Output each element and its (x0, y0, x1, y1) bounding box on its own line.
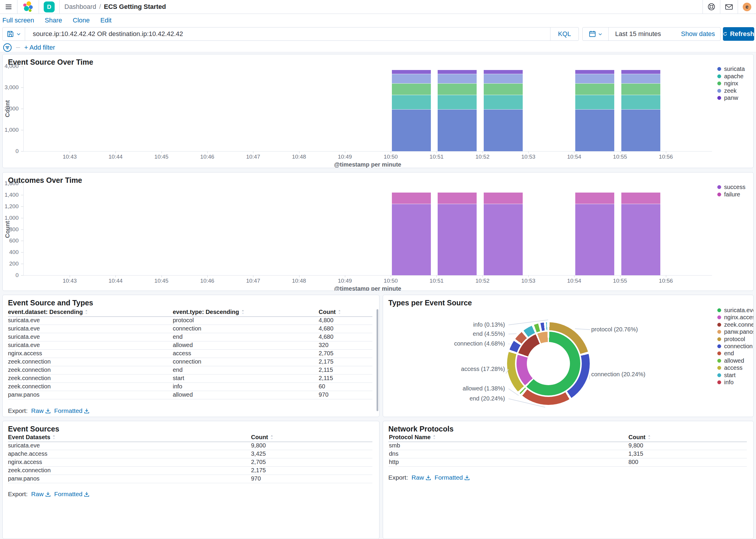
filter-bar: + Add filter (3, 43, 55, 52)
saved-query-menu-button[interactable] (3, 28, 25, 40)
bar-segment-apache[interactable] (484, 95, 523, 110)
news-button[interactable] (720, 0, 738, 14)
share-link[interactable]: Share (45, 17, 62, 24)
legend-item-start[interactable]: start (717, 372, 736, 379)
export-raw-link[interactable]: Raw (412, 474, 431, 481)
bar-segment-panw[interactable] (621, 70, 660, 74)
breadcrumb-dashboard[interactable]: Dashboard (64, 3, 96, 11)
bar-segment-nginx[interactable] (621, 84, 660, 95)
bar-segment-apache[interactable] (392, 95, 431, 110)
bar-segment-zeek[interactable] (621, 74, 660, 83)
sort-icon (241, 310, 245, 315)
legend-item-info[interactable]: info (717, 379, 733, 386)
add-filter-button[interactable]: + Add filter (24, 44, 55, 51)
legend-item-allowed[interactable]: allowed (717, 357, 744, 364)
bar-segment-suricata[interactable] (484, 110, 523, 151)
legend-item-success[interactable]: success (717, 184, 745, 191)
time-range-value[interactable]: Last 15 minutes (615, 28, 661, 40)
refresh-button[interactable]: Refresh (723, 27, 754, 41)
legend-item-nginx.access[interactable]: nginx.access (717, 314, 754, 321)
bar-segment-success[interactable] (484, 204, 523, 275)
bar-segment-success[interactable] (438, 204, 477, 275)
bar-segment-zeek[interactable] (575, 74, 614, 83)
bar-segment-nginx[interactable] (392, 84, 431, 95)
user-avatar[interactable]: e (743, 3, 751, 11)
panel-title: Network Protocols (388, 425, 454, 433)
bar-segment-panw[interactable] (392, 70, 431, 74)
legend-item-nginx[interactable]: nginx (717, 80, 738, 87)
full-screen-link[interactable]: Full screen (2, 17, 34, 24)
help-button[interactable] (703, 0, 720, 14)
y-tick-label: 2,000 (2, 106, 19, 112)
legend-item-panw.panos[interactable]: panw.panos (717, 329, 754, 335)
bar-segment-nginx[interactable] (484, 84, 523, 95)
bar-segment-apache[interactable] (575, 95, 614, 110)
table-cell: 4,680 (319, 334, 334, 340)
legend-item-protocol[interactable]: protocol (717, 336, 745, 343)
date-quick-select-button[interactable] (583, 28, 609, 40)
bar-segment-zeek[interactable] (484, 74, 523, 83)
column-header[interactable]: Count (629, 434, 651, 441)
clone-link[interactable]: Clone (73, 17, 90, 24)
bar-segment-failure[interactable] (392, 193, 431, 204)
legend-item-suricata[interactable]: suricata (717, 66, 745, 72)
column-header[interactable]: Protocol Name (389, 434, 436, 441)
legend-label: suricata (724, 66, 745, 72)
bar-segment-failure[interactable] (438, 193, 477, 204)
bar-segment-panw[interactable] (438, 70, 477, 74)
bar-segment-panw[interactable] (575, 70, 614, 74)
bar-segment-nginx[interactable] (575, 84, 614, 95)
legend-item-failure[interactable]: failure (717, 191, 740, 198)
column-header[interactable]: Event Datasets (8, 434, 56, 441)
export-raw-link[interactable]: Raw (31, 491, 51, 498)
bar-segment-apache[interactable] (438, 95, 477, 110)
bar-segment-zeek[interactable] (438, 74, 477, 83)
show-dates-button[interactable]: Show dates (681, 28, 715, 40)
menu-button[interactable] (0, 0, 17, 14)
bar-segment-apache[interactable] (621, 95, 660, 110)
legend-item-apache[interactable]: apache (717, 73, 744, 80)
column-header[interactable]: event.dataset: Descending (8, 309, 88, 315)
export-formatted-link[interactable]: Formatted (54, 491, 90, 498)
legend-item-end[interactable]: end (717, 350, 734, 357)
legend-item-access[interactable]: access (717, 364, 742, 371)
bar-segment-success[interactable] (621, 204, 660, 275)
bar-segment-zeek[interactable] (392, 74, 431, 83)
filter-icon[interactable] (3, 43, 12, 52)
export-formatted-link[interactable]: Formatted (435, 474, 470, 481)
bar-segment-success[interactable] (575, 204, 614, 275)
bar-segment-failure[interactable] (575, 193, 614, 204)
bar-segment-nginx[interactable] (438, 84, 477, 95)
query-input[interactable]: source.ip:10.42.42.42 OR destination.ip:… (25, 28, 550, 40)
bar-segment-failure[interactable] (621, 193, 660, 204)
space-badge[interactable]: D (44, 1, 55, 12)
bar-segment-panw[interactable] (484, 70, 523, 74)
bar-segment-success[interactable] (392, 204, 431, 275)
row-divider (8, 483, 372, 483)
legend-item-connection[interactable]: connection (717, 343, 753, 350)
query-language-button[interactable]: KQL (550, 28, 578, 40)
bar-segment-suricata[interactable] (621, 110, 660, 151)
legend-item-zeek[interactable]: zeek (717, 87, 736, 94)
table-cell: 970 (319, 391, 329, 398)
column-header[interactable]: Count (251, 434, 274, 441)
legend-item-suricata.eve[interactable]: suricata.eve (717, 307, 754, 314)
legend-dot (717, 308, 721, 312)
export-link-label: Formatted (435, 474, 463, 481)
legend-dot (717, 359, 721, 363)
export-raw-link[interactable]: Raw (31, 407, 51, 414)
x-tick-label: 10:43 (53, 277, 86, 284)
column-header[interactable]: Count (319, 309, 341, 315)
bar-segment-failure[interactable] (484, 193, 523, 204)
elastic-logo[interactable] (18, 0, 39, 14)
column-header[interactable]: event.type: Descending (173, 309, 245, 315)
edit-link[interactable]: Edit (101, 17, 112, 24)
table-row: suricata.eveprotocol4,800 (3, 316, 379, 325)
export-formatted-link[interactable]: Formatted (54, 407, 90, 414)
bar-segment-suricata[interactable] (392, 110, 431, 151)
legend-item-zeek.connection[interactable]: zeek.connection (717, 321, 754, 328)
bar-segment-suricata[interactable] (438, 110, 477, 151)
bar-segment-suricata[interactable] (575, 110, 614, 151)
legend-item-panw[interactable]: panw (717, 95, 738, 101)
export-link-label: Formatted (54, 491, 83, 498)
